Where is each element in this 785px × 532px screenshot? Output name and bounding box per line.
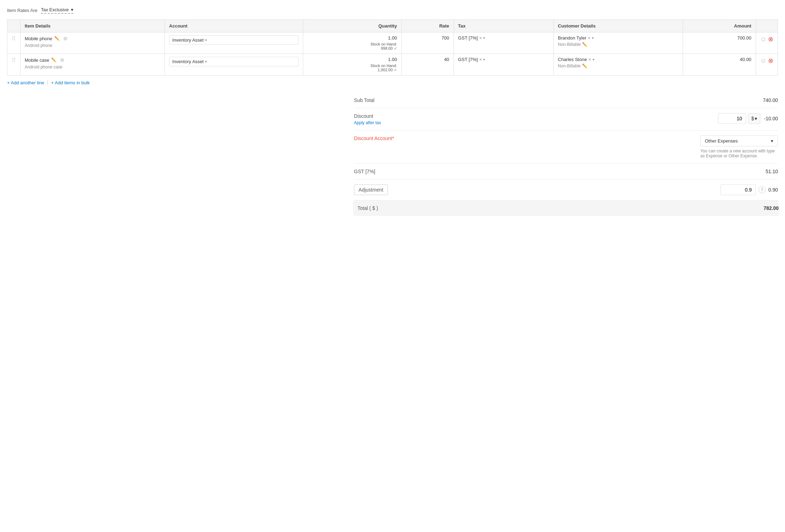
discount-account-value: Other Expenses xyxy=(705,138,738,144)
stock-check-icon-1: ✓ xyxy=(394,46,397,50)
tax-exclusive-select[interactable]: Tax Exclusive ▾ xyxy=(41,7,73,14)
gst-row: GST [7%] 51.10 xyxy=(354,164,778,180)
discount-currency-select[interactable]: $ ▾ xyxy=(748,113,761,124)
discount-account-chevron: ▾ xyxy=(771,138,773,144)
add-items-bulk-link[interactable]: + Add items in bulk xyxy=(51,80,90,85)
quantity-cell-2: 1.00 Stock on Hand: 1,002.00 ✓ xyxy=(303,54,401,75)
tax-exclusive-value: Tax Exclusive xyxy=(41,7,69,12)
tax-value-2: GST [7%] xyxy=(458,57,478,62)
total-value: 782.00 xyxy=(763,205,779,211)
apply-after-tax-link[interactable]: Apply after tax xyxy=(354,120,381,125)
discount-input[interactable] xyxy=(718,113,746,124)
adjustment-controls: ? 0.90 xyxy=(720,185,778,195)
th-actions xyxy=(756,20,778,32)
non-billable-2: Non-Billable ✏️ xyxy=(558,64,679,68)
discount-currency-symbol: $ xyxy=(751,116,754,121)
separator: | xyxy=(47,80,48,85)
customer-clear-2[interactable]: × xyxy=(588,57,591,62)
discount-account-row: Discount Account* Other Expenses ▾ You c… xyxy=(354,131,778,164)
th-drag xyxy=(7,20,20,32)
account-select-2[interactable]: Inventory Asset ▾ xyxy=(169,57,299,66)
options-icon-2[interactable]: ☺ xyxy=(760,57,767,65)
amount-cell-2: 40.00 xyxy=(683,54,756,75)
adjustment-row: Adjustment ? 0.90 xyxy=(354,180,778,200)
tax-chevron-2[interactable]: ▾ xyxy=(483,58,485,61)
gst-label: GST [7%] xyxy=(354,169,375,174)
discount-value: -10.00 xyxy=(764,116,778,121)
account-value-1: Inventory Asset xyxy=(172,37,204,43)
discount-account-label: Discount Account* xyxy=(354,135,394,141)
th-tax: Tax xyxy=(454,20,553,32)
customer-chevron-2[interactable]: ▾ xyxy=(593,58,594,61)
delete-icon-1[interactable]: ⊗ xyxy=(768,35,773,43)
discount-controls: $ ▾ xyxy=(718,113,761,124)
drag-handle-1[interactable]: ⠿ xyxy=(7,32,20,54)
discount-account-dropdown[interactable]: Other Expenses ▾ xyxy=(700,135,778,146)
row-actions-1: ☺ ⊗ xyxy=(756,32,778,54)
rate-cell-1: 700 xyxy=(401,32,454,54)
adjustment-label[interactable]: Adjustment xyxy=(354,185,388,195)
discount-row: Discount Apply after tax $ ▾ -10.00 xyxy=(354,108,778,131)
customer-name-1: Brandon Tyler xyxy=(558,35,587,41)
edit-icon-1[interactable]: ✏️ xyxy=(54,36,60,41)
adjustment-help-icon[interactable]: ? xyxy=(759,186,766,193)
table-row: ⠿ Mobile case ✏️ ⊗ Android phone case In… xyxy=(7,54,778,75)
total-row: Total ( $ ) 782.00 xyxy=(353,200,779,216)
billable-edit-2[interactable]: ✏️ xyxy=(582,64,587,68)
account-chevron-1: ▾ xyxy=(205,38,207,42)
tax-exclusive-chevron: ▾ xyxy=(71,7,73,12)
customer-cell-1: Brandon Tyler × ▾ Non-Billable ✏️ xyxy=(553,32,683,54)
drag-dots-icon-2: ⠿ xyxy=(12,57,16,63)
item-sub-1: Android phone xyxy=(25,43,160,48)
item-rates-label: Item Rates Are xyxy=(7,8,37,13)
sub-total-row: Sub Total 740.00 xyxy=(354,92,778,108)
quantity-cell-1: 1.00 Stock on Hand: 998.00 ✓ xyxy=(303,32,401,54)
sub-total-label: Sub Total xyxy=(354,97,374,103)
tax-cell-2: GST [7%] × ▾ xyxy=(454,54,553,75)
stock-info-2: Stock on Hand: 1,002.00 ✓ xyxy=(307,64,397,72)
account-chevron-2: ▾ xyxy=(205,60,207,64)
adjustment-value: 0.90 xyxy=(768,187,778,193)
clear-icon-2[interactable]: ⊗ xyxy=(60,57,65,63)
item-details-cell-1: Mobile phone ✏️ ⊗ Android phone xyxy=(20,32,165,54)
table-row: ⠿ Mobile phone ✏️ ⊗ Android phone Invent… xyxy=(7,32,778,54)
bottom-section: Sub Total 740.00 Discount Apply after ta… xyxy=(7,92,778,216)
adjustment-input[interactable] xyxy=(720,185,756,195)
discount-account-help: You can create a new account with type a… xyxy=(700,149,778,158)
tax-clear-2[interactable]: × xyxy=(479,57,482,62)
th-rate: Rate xyxy=(401,20,454,32)
drag-handle-2[interactable]: ⠿ xyxy=(7,54,20,75)
tax-cell-1: GST [7%] × ▾ xyxy=(454,32,553,54)
clear-icon-1[interactable]: ⊗ xyxy=(63,35,68,42)
tax-chevron-1[interactable]: ▾ xyxy=(483,36,485,40)
customer-name-2: Charles Stone xyxy=(558,57,587,62)
customer-clear-1[interactable]: × xyxy=(588,35,591,41)
discount-label: Discount xyxy=(354,113,381,119)
account-select-1[interactable]: Inventory Asset ▾ xyxy=(169,35,299,45)
add-another-line-link[interactable]: + Add another line xyxy=(7,80,44,85)
customer-chevron-1[interactable]: ▾ xyxy=(592,36,594,40)
item-rates-row: Item Rates Are Tax Exclusive ▾ xyxy=(7,7,778,14)
tax-clear-1[interactable]: × xyxy=(479,35,482,41)
th-customer-details: Customer Details xyxy=(553,20,683,32)
delete-icon-2[interactable]: ⊗ xyxy=(768,57,773,65)
qty-value-2: 1.00 xyxy=(307,57,397,62)
non-billable-1: Non-Billable ✏️ xyxy=(558,42,679,47)
th-quantity: Quantity xyxy=(303,20,401,32)
items-table: Item Details Account Quantity Rate Tax C… xyxy=(7,19,778,75)
discount-account-col: Other Expenses ▾ You can create a new ac… xyxy=(700,135,778,158)
qty-value-1: 1.00 xyxy=(307,35,397,41)
options-icon-1[interactable]: ☺ xyxy=(760,36,767,43)
item-details-cell-2: Mobile case ✏️ ⊗ Android phone case xyxy=(20,54,165,75)
discount-currency-chevron: ▾ xyxy=(755,116,757,121)
edit-icon-2[interactable]: ✏️ xyxy=(51,58,56,62)
account-cell-1: Inventory Asset ▾ xyxy=(165,32,303,54)
item-name-1: Mobile phone xyxy=(25,36,52,41)
total-label: Total ( $ ) xyxy=(358,205,378,211)
billable-edit-1[interactable]: ✏️ xyxy=(582,42,587,47)
item-sub-2: Android phone case xyxy=(25,65,160,69)
summary-panel: Sub Total 740.00 Discount Apply after ta… xyxy=(354,92,778,216)
amount-cell-1: 700.00 xyxy=(683,32,756,54)
customer-cell-2: Charles Stone × ▾ Non-Billable ✏️ xyxy=(553,54,683,75)
rate-cell-2: 40 xyxy=(401,54,454,75)
